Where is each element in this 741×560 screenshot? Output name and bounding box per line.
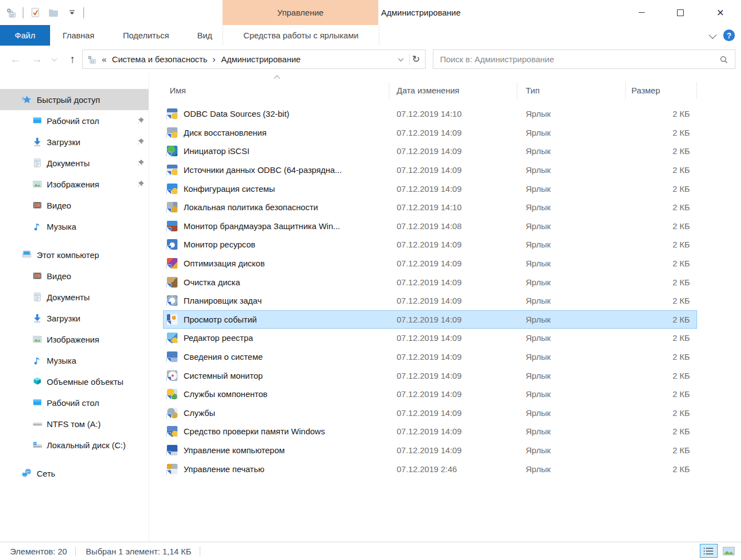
sidebar-item-network[interactable]: Сеть [0,463,149,484]
maximize-button[interactable] [668,0,693,25]
file-row[interactable]: Конфигурация системы 07.12.2019 14:09 Яр… [163,179,697,198]
sidebar-item-music[interactable]: Музыка [0,350,149,371]
file-name: Сведения о системе [184,352,263,361]
music-icon [32,221,43,231]
file-row[interactable]: Сведения о системе 07.12.2019 14:09 Ярлы… [163,348,697,366]
file-type: Ярлык [517,184,626,194]
sidebar-item-documents[interactable]: Документы [0,152,149,174]
downloads-icon [32,137,43,147]
minimize-button[interactable] [629,0,654,25]
breadcrumb-segment-administration[interactable]: Администрирование [221,54,300,64]
large-icons-view-button[interactable] [720,544,738,558]
file-row[interactable]: Системный монитор 07.12.2019 14:09 Ярлык… [163,366,697,385]
file-row[interactable]: Локальная политика безопасности 07.12.20… [163,198,697,217]
file-name: Монитор ресурсов [184,240,255,249]
desktop-icon [32,398,43,408]
refresh-icon: ↻ [412,54,420,65]
search-icon [719,55,728,64]
view-switcher [700,544,738,558]
forward-button[interactable]: → [28,46,46,73]
file-row[interactable]: Очистка диска 07.12.2019 14:09 Ярлык 2 К… [163,272,697,291]
tab-view[interactable]: Вид [184,25,226,46]
address-bar[interactable]: « Система и безопасность › Администриров… [82,49,426,69]
file-date: 07.12.2019 14:09 [389,427,517,436]
file-row[interactable]: Источники данных ODBC (64-разрядна... 07… [163,161,697,180]
sidebar-item-3d-objects[interactable]: Объемные объекты [0,371,149,392]
sidebar-item-videos[interactable]: Видео [0,195,149,216]
close-button[interactable]: × [708,0,733,25]
navigation-bar: ← → ↑ « Система и безопасность › Админис… [0,46,741,73]
file-date: 07.12.2019 14:09 [389,333,517,343]
file-row[interactable]: Инициатор iSCSI 07.12.2019 14:09 Ярлык 2… [163,142,697,161]
sidebar-item-downloads[interactable]: Загрузки [0,131,149,152]
sidebar-item-label: NTFS том (A:) [47,419,101,429]
sidebar-item-label: Документы [47,158,90,168]
file-row[interactable]: Монитор брандмауэра Защитника Win... 07.… [163,217,697,236]
search-input[interactable] [433,54,719,64]
tab-home[interactable]: Главная [53,25,104,46]
tab-share[interactable]: Поделиться [114,25,178,46]
breadcrumb-overflow[interactable]: « [102,54,106,64]
sidebar-item-documents[interactable]: Документы [0,286,149,308]
properties-button[interactable] [28,6,42,20]
file-row[interactable]: Монитор ресурсов 07.12.2019 14:09 Ярлык … [163,235,697,254]
file-type: Ярлык [517,408,626,418]
sidebar-item-music[interactable]: Музыка [0,216,149,237]
file-row[interactable]: Управление печатью 07.12.2019 2:46 Ярлык… [163,459,697,478]
file-row[interactable]: Оптимизация дисков 07.12.2019 14:09 Ярлы… [163,254,697,273]
pin-icon [137,180,145,188]
back-button[interactable]: ← [7,46,24,73]
refresh-button[interactable]: ↻ [412,53,420,65]
sidebar-item-label: Документы [47,293,90,302]
sidebar-item-desktop[interactable]: Рабочий стол [0,110,149,131]
file-row[interactable]: Службы 07.12.2019 14:09 Ярлык 2 КБ [163,404,697,423]
file-row[interactable]: Средство проверки памяти Windows 07.12.2… [163,422,697,441]
column-header-date-modified[interactable]: Дата изменения [389,75,517,100]
divider [23,7,23,18]
maximize-icon [677,9,684,16]
file-row[interactable]: Службы компонентов 07.12.2019 14:09 Ярлы… [163,385,697,404]
file-row-selected[interactable]: Просмотр событий 07.12.2019 14:09 Ярлык … [163,310,697,329]
file-date: 07.12.2019 14:09 [389,296,517,305]
sidebar-item-desktop[interactable]: Рабочий стол [0,392,149,413]
sidebar-item-pictures[interactable]: Изображения [0,174,149,195]
file-row[interactable]: Диск восстановления 07.12.2019 14:09 Ярл… [163,123,697,142]
file-row[interactable]: Планировщик задач 07.12.2019 14:09 Ярлык… [163,291,697,310]
sidebar-item-drive-c[interactable]: Локальный диск (C:) [0,434,149,455]
breadcrumb-segment-system-security[interactable]: Система и безопасность [112,54,207,64]
sidebar-item-pictures[interactable]: Изображения [0,329,149,350]
file-row[interactable]: Управление компьютером 07.12.2019 14:09 … [163,441,697,460]
file-name: Управление компьютером [184,445,285,455]
file-name: Службы [184,408,215,418]
address-dropdown[interactable] [395,58,407,61]
customize-toolbar-dropdown[interactable] [65,6,78,20]
column-header-name[interactable]: Имя [163,75,389,100]
collapse-ribbon-chevron-icon[interactable] [709,31,717,39]
tab-shortcut-tools[interactable]: Средства работы с ярлыками [223,25,379,46]
new-folder-button[interactable] [47,6,60,20]
file-name: ODBC Data Sources (32-bit) [184,109,289,118]
sidebar-item-drive-a[interactable]: NTFS том (A:) [0,413,149,434]
tab-file[interactable]: Файл [0,25,50,46]
file-size: 2 КБ [626,371,697,380]
column-header-size[interactable]: Размер [626,75,697,100]
file-row[interactable]: ODBC Data Sources (32-bit) 07.12.2019 14… [163,105,697,123]
sidebar-item-downloads[interactable]: Загрузки [0,308,149,329]
file-type: Ярлык [517,277,626,287]
sidebar-section-gap [0,455,149,463]
sidebar-item-this-pc[interactable]: Этот компьютер [0,244,149,265]
shortcut-icon [167,464,177,474]
file-name: Конфигурация системы [184,184,275,194]
file-row[interactable]: Редактор реестра 07.12.2019 14:09 Ярлык … [163,329,697,348]
up-button[interactable]: ↑ [62,46,82,73]
sidebar-item-videos[interactable]: Видео [0,265,149,286]
breadcrumb-separator[interactable]: › [213,54,216,64]
recent-locations-dropdown[interactable] [48,46,60,73]
shortcut-icon [167,108,177,119]
column-header-label: Тип [526,86,540,95]
column-header-type[interactable]: Тип [517,75,626,100]
file-size: 2 КБ [626,333,697,343]
sidebar-item-quick-access[interactable]: Быстрый доступ [0,89,149,110]
help-button[interactable]: ? [723,29,735,41]
details-view-button[interactable] [700,544,718,558]
